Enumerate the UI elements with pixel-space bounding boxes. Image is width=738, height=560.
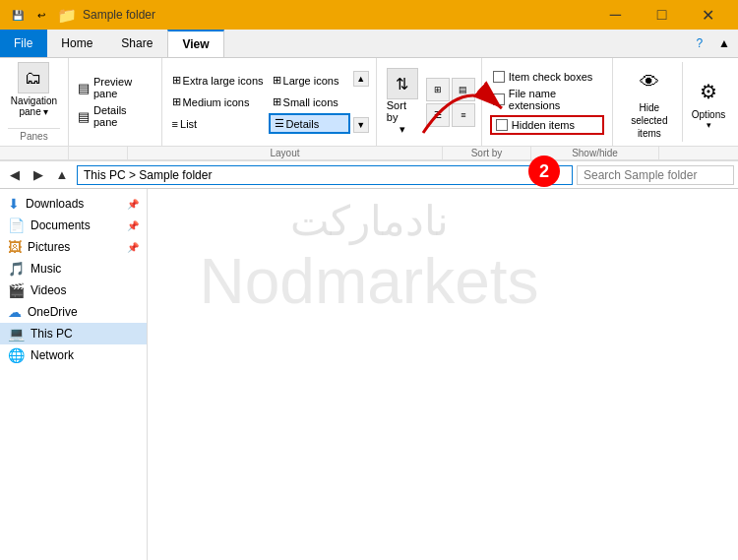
sidebar-item-network[interactable]: 🌐 Network — [0, 344, 147, 366]
help-button[interactable]: ? — [688, 30, 710, 57]
hide-options-group: 👁 Hide selecteditems ⚙ Options ▾ — [613, 58, 738, 146]
network-label: Network — [31, 348, 74, 362]
layout-rows: ⊞ Extra large icons ⊞ Large icons ⊞ Medi… — [168, 70, 370, 134]
layout-scroll: ▲ ▼ — [352, 70, 370, 134]
large-icons-label: Large icons — [283, 75, 339, 87]
extra-large-icons-button[interactable]: ⊞ Extra large icons — [168, 70, 268, 91]
current-view-group: ⇅ Sort by ▾ ⊞ ▤ ☰ ≡ — [377, 58, 482, 146]
address-navigation: ◀ ▶ ▲ — [4, 164, 73, 186]
quick-undo-btn[interactable]: ↩ — [31, 5, 51, 25]
view-size-list[interactable]: ☰ — [426, 103, 450, 127]
tab-home[interactable]: Home — [47, 30, 107, 57]
videos-label: Videos — [31, 283, 66, 297]
tab-view[interactable]: View — [167, 30, 223, 57]
extra-large-label: Extra large icons — [183, 75, 264, 87]
file-content[interactable] — [148, 189, 738, 560]
sidebar-item-thispc[interactable]: 💻 This PC — [0, 323, 147, 344]
sidebar: ⬇ Downloads 📌 📄 Documents 📌 🖼 Pictures 📌… — [0, 189, 148, 560]
address-path-input[interactable] — [77, 165, 573, 185]
sidebar-item-documents[interactable]: 📄 Documents 📌 — [0, 215, 147, 236]
sort-by-icon: ⇅ — [387, 68, 418, 99]
close-button[interactable]: ✕ — [686, 0, 730, 30]
layout-group: ⊞ Extra large icons ⊞ Large icons ⊞ Medi… — [162, 58, 377, 146]
item-check-boxes-button[interactable]: Item check boxes — [490, 70, 604, 84]
downloads-icon: ⬇ — [8, 196, 20, 212]
nav-pane-label: Navigation — [11, 95, 57, 106]
title-bar-left: 💾 ↩ 📁 Sample folder — [8, 5, 155, 25]
list-icon: ≡ — [172, 118, 178, 130]
panes-group-label: Panes — [8, 128, 60, 142]
view-size-details[interactable]: ≡ — [452, 103, 475, 127]
view-size-medium[interactable]: ▤ — [452, 78, 475, 101]
details-label: Details — [286, 118, 320, 130]
tab-share[interactable]: Share — [107, 30, 167, 57]
hide-selected-icon: 👁 — [632, 64, 667, 99]
onedrive-label: OneDrive — [28, 305, 78, 319]
layout-scroll-up[interactable]: ▲ — [353, 71, 369, 87]
minimize-button[interactable]: ─ — [593, 0, 638, 30]
options-label: Options — [692, 109, 725, 120]
pictures-pin-icon: 📌 — [127, 242, 139, 253]
layout-scroll-down[interactable]: ▼ — [353, 117, 369, 133]
ribbon-content: 🗂 Navigation pane ▾ Panes ▤ Preview pane… — [0, 58, 738, 147]
sidebar-item-videos[interactable]: 🎬 Videos — [0, 280, 147, 301]
small-icons-button[interactable]: ⊞ Small icons — [269, 92, 350, 112]
preview-pane-label: Preview pane — [93, 76, 153, 99]
hidden-items-button[interactable]: Hidden items — [490, 115, 604, 135]
preview-pane-button[interactable]: ▤ Preview pane — [75, 75, 155, 100]
downloads-label: Downloads — [26, 197, 84, 211]
options-arrow: ▾ — [707, 120, 711, 130]
details-pane-button[interactable]: ▤ Details pane — [75, 103, 155, 129]
forward-button[interactable]: ▶ — [28, 164, 49, 186]
options-icon: ⚙ — [691, 74, 726, 109]
ribbon-tabs: File Home Share View ? ▲ — [0, 30, 738, 58]
collapse-ribbon-button[interactable]: ▲ — [710, 30, 738, 57]
options-button[interactable]: ⚙ Options ▾ — [682, 62, 734, 142]
extra-large-icon: ⊞ — [172, 74, 181, 87]
quick-save-btn[interactable]: 💾 — [8, 5, 28, 25]
details-button[interactable]: ☰ Details — [269, 113, 350, 134]
downloads-pin-icon: 📌 — [127, 199, 139, 210]
show-hide-group: Item check boxes File name extensions Hi… — [482, 58, 613, 146]
item-check-boxes-label: Item check boxes — [509, 71, 593, 83]
navigation-pane-button[interactable]: 🗂 Navigation pane ▾ — [11, 62, 57, 117]
medium-icon: ⊞ — [172, 95, 181, 108]
sidebar-item-downloads[interactable]: ⬇ Downloads 📌 — [0, 193, 147, 215]
pictures-label: Pictures — [28, 240, 70, 254]
thispc-label: This PC — [31, 327, 73, 341]
documents-pin-icon: 📌 — [127, 220, 139, 231]
view-size-row2: ☰ ≡ — [426, 103, 475, 127]
tab-file[interactable]: File — [0, 30, 47, 57]
thispc-icon: 💻 — [8, 326, 25, 342]
sort-by-arrow: ▾ — [400, 123, 405, 136]
large-icons-button[interactable]: ⊞ Large icons — [269, 70, 350, 91]
list-button[interactable]: ≡ List — [168, 113, 268, 134]
small-icon: ⊞ — [273, 95, 281, 108]
item-check-boxes-checkbox — [493, 71, 505, 83]
search-input[interactable] — [577, 165, 734, 185]
panes-group: ▤ Preview pane ▤ Details pane — [69, 58, 162, 146]
ribbon-group-labels: Layout Sort by Show/hide — [0, 147, 738, 160]
medium-icons-button[interactable]: ⊞ Medium icons — [168, 92, 268, 112]
sidebar-item-music[interactable]: 🎵 Music — [0, 258, 147, 280]
back-button[interactable]: ◀ — [4, 164, 26, 186]
sidebar-item-onedrive[interactable]: ☁ OneDrive — [0, 301, 147, 323]
hide-selected-button[interactable]: 👁 Hide selecteditems — [617, 62, 682, 142]
show-hide-label: Show/hide — [531, 147, 659, 159]
maximize-button[interactable]: □ — [640, 0, 684, 30]
music-label: Music — [31, 262, 61, 276]
hide-selected-label-grp — [659, 147, 738, 159]
title-bar: 💾 ↩ 📁 Sample folder ─ □ ✕ — [0, 0, 738, 30]
up-button[interactable]: ▲ — [51, 164, 73, 186]
large-icon: ⊞ — [273, 74, 281, 87]
address-bar: ◀ ▶ ▲ — [0, 161, 738, 189]
file-name-extensions-button[interactable]: File name extensions — [490, 87, 604, 112]
details-pane-icon: ▤ — [78, 109, 90, 124]
file-name-extensions-checkbox — [493, 93, 505, 105]
view-size-large[interactable]: ⊞ — [426, 78, 450, 101]
sidebar-item-pictures[interactable]: 🖼 Pictures 📌 — [0, 236, 147, 258]
documents-icon: 📄 — [8, 218, 25, 233]
sort-by-button[interactable]: ⇅ Sort by ▾ — [383, 66, 422, 138]
videos-icon: 🎬 — [8, 282, 25, 298]
music-icon: 🎵 — [8, 261, 25, 277]
